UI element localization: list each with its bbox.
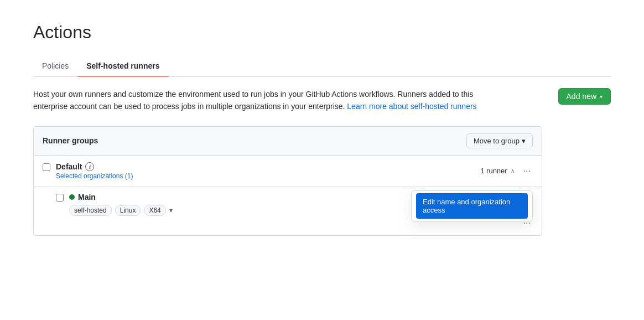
- runner-tag-x64: X64: [144, 205, 165, 216]
- runner-group-info: Default i Selected organizations (1): [56, 162, 133, 180]
- runner-item-name: Main: [78, 193, 96, 202]
- runner-count: 1 runner ∧: [480, 167, 514, 175]
- runner-count-text: 1 runner: [480, 167, 507, 175]
- runner-group-right: 1 runner ∧ ···: [480, 165, 533, 177]
- context-menu-item-edit[interactable]: Edit name and organization access: [416, 193, 528, 219]
- learn-more-link[interactable]: Learn more about self-hosted runners: [347, 102, 476, 111]
- chevron-up-icon: ∧: [511, 168, 515, 174]
- runner-group-name-row: Default i: [56, 162, 133, 171]
- move-to-group-chevron-icon: ▾: [522, 137, 526, 145]
- runner-item-checkbox-main[interactable]: [56, 194, 64, 202]
- add-new-button[interactable]: Add new ▾: [558, 88, 611, 105]
- move-to-group-label: Move to group: [474, 137, 520, 145]
- runner-group-checkbox-default[interactable]: [43, 163, 50, 171]
- runner-item-info: Main self-hosted Linux X64 ▾: [69, 193, 173, 216]
- description-section: Host your own runners and customize the …: [33, 88, 611, 113]
- description-text: Host your own runners and customize the …: [33, 88, 487, 113]
- three-dots-icon: ···: [523, 166, 531, 176]
- tab-policies[interactable]: Policies: [33, 56, 77, 77]
- runner-context-menu: Edit name and organization access: [411, 190, 533, 221]
- runner-group-row-default: Default i Selected organizations (1) 1 r…: [34, 156, 542, 187]
- runner-groups-header: Runner groups Move to group ▾: [34, 127, 542, 156]
- chevron-down-icon: ▾: [600, 94, 603, 100]
- runner-group-left: Default i Selected organizations (1): [43, 162, 133, 180]
- selected-orgs-label: Selected organizations: [56, 172, 123, 180]
- tabs-nav: Policies Self-hosted runners: [33, 56, 611, 77]
- runner-tag-self-hosted: self-hosted: [69, 205, 112, 216]
- runner-tags: self-hosted Linux X64 ▾: [69, 205, 173, 216]
- runner-item-name-row: Main: [69, 193, 173, 202]
- selected-orgs: Selected organizations (1): [56, 172, 133, 180]
- page-title: Actions: [33, 22, 611, 43]
- runner-tag-more-icon[interactable]: ▾: [169, 207, 173, 214]
- move-to-group-button[interactable]: Move to group ▾: [466, 133, 533, 148]
- tab-self-hosted-runners[interactable]: Self-hosted runners: [77, 56, 168, 77]
- runner-item-left: Main self-hosted Linux X64 ▾: [56, 193, 173, 216]
- add-new-label: Add new: [567, 92, 596, 101]
- runner-group-name: Default: [56, 162, 82, 171]
- runner-group-more-button[interactable]: ···: [521, 165, 533, 177]
- runner-groups-card: Runner groups Move to group ▾ Default i …: [33, 126, 542, 236]
- status-online-dot: [69, 194, 75, 200]
- runner-groups-title: Runner groups: [43, 136, 98, 145]
- runner-tag-linux: Linux: [115, 205, 141, 216]
- info-icon: i: [85, 162, 94, 171]
- runner-item-right: Edit name and organization access ···: [521, 193, 533, 229]
- selected-orgs-count: (1): [125, 172, 133, 180]
- runner-item-row-main: Main self-hosted Linux X64 ▾ Edit name a…: [34, 187, 542, 235]
